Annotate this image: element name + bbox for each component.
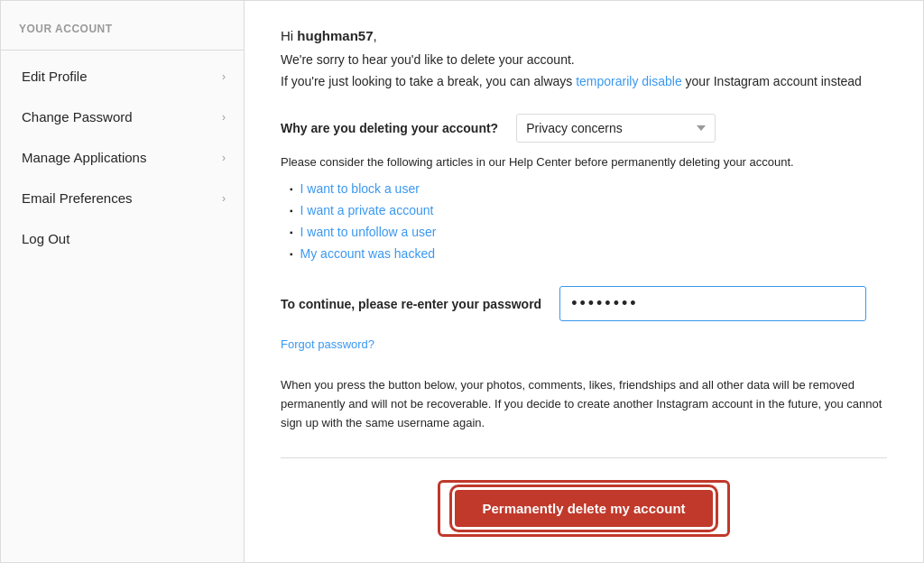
why-row: Why are you deleting your account? Priva… <box>281 114 887 143</box>
block-user-link[interactable]: I want to block a user <box>300 181 420 196</box>
help-link-item: My account was hacked <box>290 246 887 261</box>
unfollow-user-link[interactable]: I want to unfollow a user <box>300 225 437 239</box>
temporarily-disable-link[interactable]: temporarily disable <box>576 74 682 88</box>
sidebar-item-label: Manage Applications <box>22 150 146 165</box>
delete-account-button[interactable]: Permanently delete my account <box>455 490 712 527</box>
why-label: Why are you deleting your account? <box>281 121 498 135</box>
chevron-right-icon: › <box>222 152 226 164</box>
sidebar-item-label: Change Password <box>22 109 133 125</box>
sidebar-item-label: Edit Profile <box>22 69 88 84</box>
help-link-item: I want to unfollow a user <box>290 225 887 239</box>
chevron-right-icon: › <box>222 192 226 205</box>
sidebar-item-log-out[interactable]: Log Out <box>1 218 244 259</box>
help-link-item: I want to block a user <box>290 181 887 196</box>
password-row: To continue, please re-enter your passwo… <box>281 286 887 321</box>
sidebar-item-manage-applications[interactable]: Manage Applications › <box>1 137 244 178</box>
private-account-link[interactable]: I want a private account <box>300 203 434 217</box>
hacked-account-link[interactable]: My account was hacked <box>300 246 435 261</box>
forgot-password-link[interactable]: Forgot password? <box>281 337 374 351</box>
disable-text: If you're just looking to take a break, … <box>281 74 887 88</box>
sidebar: YOUR ACCOUNT Edit Profile › Change Passw… <box>1 1 245 562</box>
password-label: To continue, please re-enter your passwo… <box>281 297 541 311</box>
sorry-text: We're sorry to hear you'd like to delete… <box>281 52 887 67</box>
reason-select[interactable]: Privacy concerns Too busy / too distract… <box>516 114 716 143</box>
delete-section: Permanently delete my account <box>281 457 887 537</box>
help-link-item: I want a private account <box>290 203 887 217</box>
username: hughman57 <box>297 28 373 43</box>
disable-prefix: If you're just looking to take a break, … <box>281 74 576 88</box>
greeting-end: , <box>374 28 377 43</box>
sidebar-item-change-password[interactable]: Change Password › <box>1 97 244 137</box>
sidebar-item-label: Email Preferences <box>22 190 133 206</box>
password-input[interactable] <box>559 286 866 321</box>
delete-button-wrapper: Permanently delete my account <box>438 480 729 537</box>
greeting-prefix: Hi <box>281 28 297 43</box>
app-container: YOUR ACCOUNT Edit Profile › Change Passw… <box>0 0 924 563</box>
warning-text: When you press the button below, your ph… <box>281 376 887 432</box>
disable-suffix: your Instagram account instead <box>682 74 862 88</box>
chevron-right-icon: › <box>222 70 226 83</box>
help-links-list: I want to block a user I want a private … <box>281 181 887 261</box>
sidebar-item-label: Log Out <box>22 231 69 246</box>
help-center-text: Please consider the following articles i… <box>281 155 887 169</box>
main-content: Hi hughman57, We're sorry to hear you'd … <box>245 1 923 562</box>
sidebar-item-email-preferences[interactable]: Email Preferences › <box>1 178 244 218</box>
sidebar-section-title: YOUR ACCOUNT <box>1 10 244 44</box>
sidebar-divider <box>1 50 244 51</box>
sidebar-item-edit-profile[interactable]: Edit Profile › <box>1 56 244 97</box>
chevron-right-icon: › <box>222 111 226 124</box>
greeting-text: Hi hughman57, <box>281 28 887 43</box>
